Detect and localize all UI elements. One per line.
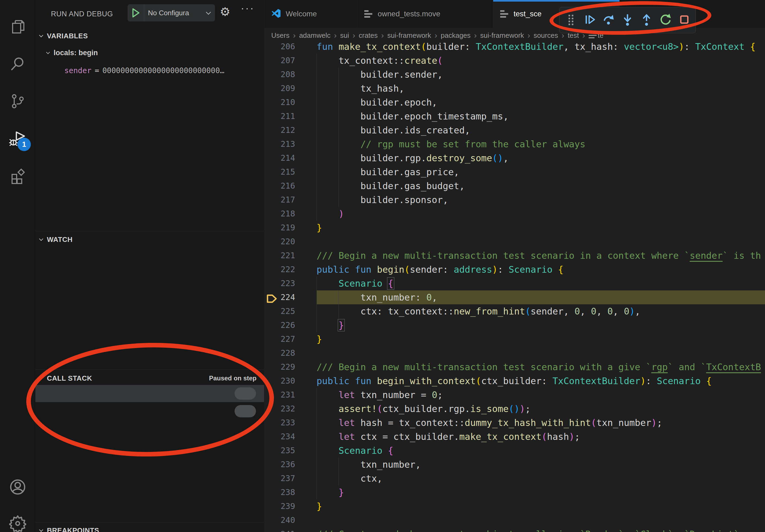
code-line[interactable]: 241/// Creates and shares system objects…: [264, 527, 765, 532]
code-line[interactable]: 222public fun begin(sender: address): Sc…: [264, 263, 765, 276]
code-line[interactable]: 212 builder.ids_created,: [264, 123, 765, 137]
breakpoint-margin[interactable]: [264, 276, 272, 290]
call-stack-frame[interactable]: [35, 402, 264, 420]
code-line[interactable]: 215 builder.gas_price,: [264, 165, 765, 179]
activity-item-search[interactable]: [0, 48, 35, 80]
breakpoint-margin[interactable]: [264, 249, 272, 263]
code-line[interactable]: 233 let hash = tx_context::dummy_tx_hash…: [264, 416, 765, 430]
restart-button[interactable]: [658, 11, 673, 30]
activity-item-source-control[interactable]: [0, 85, 35, 117]
breakpoint-margin[interactable]: [264, 123, 272, 137]
breadcrumb-item[interactable]: adamwelc: [299, 31, 331, 40]
breakpoint-margin[interactable]: [264, 54, 272, 68]
activity-item-run-and-debug[interactable]: 1: [0, 123, 35, 155]
breakpoint-margin[interactable]: [264, 360, 272, 374]
breakpoint-margin[interactable]: [264, 346, 272, 360]
code-line[interactable]: 210 builder.epoch,: [264, 95, 765, 109]
more-actions-icon[interactable]: ···: [241, 2, 255, 14]
breakpoint-margin[interactable]: [264, 318, 272, 332]
breakpoint-margin[interactable]: [264, 109, 272, 123]
breakpoint-margin[interactable]: [264, 304, 272, 318]
breadcrumb-item[interactable]: crates: [359, 31, 378, 40]
code-line[interactable]: 225 ctx: tx_context::new_from_hint(sende…: [264, 304, 765, 318]
activity-item-accounts[interactable]: [0, 471, 35, 503]
activity-item-settings[interactable]: [0, 507, 35, 532]
breakpoint-margin[interactable]: [264, 374, 272, 388]
stop-button[interactable]: [677, 11, 692, 30]
breakpoint-margin[interactable]: [264, 332, 272, 346]
code-line[interactable]: 234 let ctx = ctx_builder.make_tx_contex…: [264, 430, 765, 443]
code-line[interactable]: 240: [264, 513, 765, 527]
breakpoint-margin[interactable]: [264, 263, 272, 276]
code-line[interactable]: 207 tx_context::create(: [264, 54, 765, 68]
code-line[interactable]: 237 ctx,: [264, 471, 765, 485]
call-stack-section-header[interactable]: CALL STACK Paused on step: [35, 371, 264, 385]
breakpoint-margin[interactable]: [264, 457, 272, 471]
watch-section-header[interactable]: WATCH: [35, 232, 264, 246]
code-line[interactable]: 238 }: [264, 485, 765, 499]
step-over-button[interactable]: [601, 11, 616, 30]
breakpoint-margin[interactable]: [264, 68, 272, 82]
breakpoint-margin[interactable]: [264, 95, 272, 109]
code-line[interactable]: 236 txn_number,: [264, 457, 765, 471]
breakpoint-margin[interactable]: [264, 179, 272, 193]
code-line[interactable]: 224 txn_number: 0,: [264, 290, 765, 304]
breakpoints-section-header[interactable]: BREAKPOINTS: [35, 523, 264, 532]
breakpoint-margin[interactable]: [264, 137, 272, 151]
activity-item-extensions[interactable]: [0, 160, 35, 192]
code-line[interactable]: 239}: [264, 499, 765, 513]
code-line[interactable]: 206fun make_tx_context(builder: TxContex…: [264, 43, 765, 54]
breakpoint-margin[interactable]: [264, 235, 272, 249]
variables-section-header[interactable]: VARIABLES: [35, 29, 264, 43]
breakpoint-margin[interactable]: [264, 430, 272, 443]
breakpoint-margin[interactable]: [264, 471, 272, 485]
code-line[interactable]: 218 ): [264, 207, 765, 221]
breakpoint-margin[interactable]: [264, 221, 272, 235]
code-line[interactable]: 208 builder.sender,: [264, 68, 765, 82]
breakpoint-margin[interactable]: [264, 388, 272, 402]
code-line[interactable]: 228: [264, 346, 765, 360]
code-line[interactable]: 213 // rgp must be set from the caller a…: [264, 137, 765, 151]
activity-item-explorer[interactable]: [0, 11, 35, 43]
breakpoint-margin[interactable]: [264, 416, 272, 430]
code-line[interactable]: 211 builder.epoch_timestamp_ms,: [264, 109, 765, 123]
locals-scope-row[interactable]: locals: begin: [35, 45, 264, 61]
code-line[interactable]: 230public fun begin_with_context(ctx_bui…: [264, 374, 765, 388]
code-line[interactable]: 209 tx_hash,: [264, 82, 765, 95]
step-out-button[interactable]: [639, 11, 654, 30]
debug-configuration-dropdown[interactable]: No Configura: [128, 4, 215, 21]
code-line[interactable]: 227}: [264, 332, 765, 346]
call-stack-frame[interactable]: [35, 385, 264, 402]
code-line[interactable]: 223 Scenario {: [264, 276, 765, 290]
breakpoint-margin[interactable]: [264, 151, 272, 165]
code-line[interactable]: 221/// Begin a new multi-transaction tes…: [264, 249, 765, 263]
breadcrumb-item[interactable]: sources: [534, 31, 558, 40]
breadcrumb-item[interactable]: sui: [340, 31, 349, 40]
breakpoint-margin[interactable]: [264, 499, 272, 513]
variable-row[interactable]: sender = 00000000000000000000000000…: [35, 63, 264, 78]
breakpoint-margin[interactable]: [264, 290, 272, 304]
continue-button[interactable]: [582, 11, 597, 30]
start-debug-icon[interactable]: [128, 4, 144, 21]
breakpoint-margin[interactable]: [264, 527, 272, 532]
code-line[interactable]: 232 assert!(ctx_builder.rgp.is_some());: [264, 402, 765, 416]
breakpoint-margin[interactable]: [264, 443, 272, 457]
breakpoint-margin[interactable]: [264, 402, 272, 416]
code-line[interactable]: 216 builder.gas_budget,: [264, 179, 765, 193]
code-line[interactable]: 229/// Begin a new multi-transaction tes…: [264, 360, 765, 374]
breadcrumb-item[interactable]: Users: [271, 31, 290, 40]
step-into-button[interactable]: [620, 11, 635, 30]
code-line[interactable]: 219}: [264, 221, 765, 235]
code-line[interactable]: 226 }: [264, 318, 765, 332]
breakpoint-margin[interactable]: [264, 193, 272, 207]
code-line[interactable]: 220: [264, 235, 765, 249]
code-line[interactable]: 231 let txn_number = 0;: [264, 388, 765, 402]
breakpoint-margin[interactable]: [264, 207, 272, 221]
code-line[interactable]: 235 Scenario {: [264, 443, 765, 457]
breakpoint-margin[interactable]: [264, 485, 272, 499]
breadcrumb-item[interactable]: packages: [441, 31, 470, 40]
breakpoint-margin[interactable]: [264, 513, 272, 527]
code-line[interactable]: 214 builder.rgp.destroy_some(),: [264, 151, 765, 165]
breakpoint-margin[interactable]: [264, 165, 272, 179]
tab-Welcome[interactable]: Welcome: [264, 0, 357, 28]
